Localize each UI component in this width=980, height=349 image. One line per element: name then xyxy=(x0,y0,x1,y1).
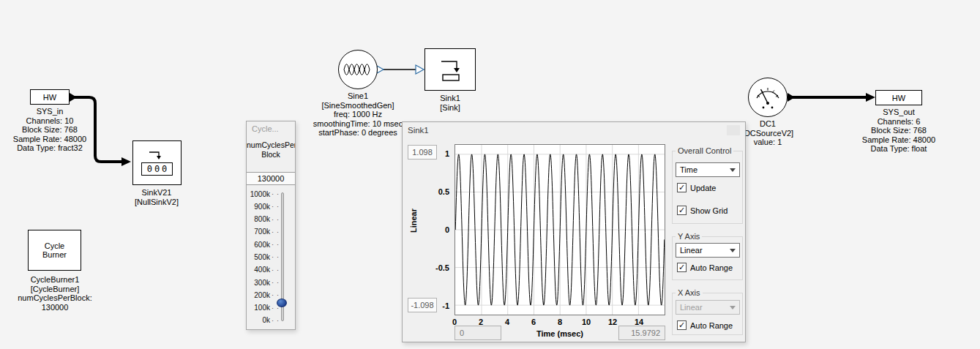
slider-tick: 1000k xyxy=(247,189,280,198)
slider-window-title: Cycle... xyxy=(252,124,279,133)
block-prop: Block Size: 768 xyxy=(4,125,96,135)
block-name: CycleBurner1 xyxy=(4,275,106,285)
dropdown-value: Time xyxy=(680,165,697,174)
chevron-down-icon xyxy=(730,306,736,309)
x-auto-range-checkbox[interactable]: ✓ Auto Range xyxy=(677,320,733,330)
show-grid-checkbox[interactable]: ✓ Show Grid xyxy=(677,206,727,215)
sine-wave-icon xyxy=(343,58,373,81)
block-sink1[interactable] xyxy=(424,48,476,91)
block-name: SYS_in xyxy=(4,107,96,116)
checkbox-label: Update xyxy=(690,184,716,192)
slider-tick: 0k xyxy=(247,316,280,325)
x-max-readout: 15.9792 xyxy=(618,326,665,340)
slider-tick: 400k xyxy=(247,266,280,274)
slider-tick: 700k xyxy=(247,228,280,236)
slider-tick: 300k xyxy=(247,278,280,287)
block-dc1[interactable] xyxy=(748,78,788,117)
slider-tick: 900k xyxy=(247,202,280,211)
block-prop: numCyclesPerBlock: 130000 xyxy=(4,293,106,312)
dropdown-value: Linear xyxy=(680,246,703,255)
slider-param-name: numCyclesPer xyxy=(247,140,295,150)
checkbox-label: Auto Range xyxy=(690,263,733,272)
block-prop: startPhase: 0 degrees xyxy=(310,128,405,138)
slider-value-field[interactable]: 130000 xyxy=(247,172,295,185)
block-prop: smoothingTime: 10 msec xyxy=(310,119,405,129)
plot-window-titlebar[interactable]: Sink1 xyxy=(403,122,745,138)
x-min-readout: 0 xyxy=(455,326,501,340)
block-sys-out[interactable]: HW xyxy=(875,90,922,105)
sysin-output-pin-icon xyxy=(70,93,77,102)
slider-tick: 100k xyxy=(247,304,280,312)
block-sinkv21[interactable]: 000 xyxy=(132,140,182,185)
block-type: [CycleBurner] xyxy=(4,285,106,294)
block-sinkv21-caption: SinkV21 [NullSinkV2] xyxy=(113,188,201,206)
block-prop: freq: 1000 Hz xyxy=(310,110,405,119)
block-name: Sink1 xyxy=(414,94,487,103)
slider-tick: 200k xyxy=(247,290,280,299)
block-sine1[interactable] xyxy=(338,50,378,89)
sine1-output-pin-icon xyxy=(377,66,384,73)
y-scale-dropdown[interactable]: Linear xyxy=(676,243,740,258)
slider-param-name: Block xyxy=(247,150,295,160)
slider-thumb[interactable] xyxy=(277,299,287,307)
display-mode-dropdown[interactable]: Time xyxy=(676,162,740,177)
sink1-plot-window[interactable]: Sink1 1.098 -1.098 Linear 1 0.5 0 -0.5 -… xyxy=(402,121,746,342)
dropdown-value: Linear xyxy=(680,303,703,312)
checkbox-checked-icon: ✓ xyxy=(677,320,687,330)
block-type: [SineSmoothedGen] xyxy=(310,101,405,110)
block-prop: Sample Rate: 48000 xyxy=(4,135,96,144)
block-name: SYS_out xyxy=(848,108,950,117)
y-axis-label: Linear xyxy=(409,209,418,233)
block-prop: Channels: 6 xyxy=(848,117,950,127)
y-tick-label: -0.5 xyxy=(424,263,449,272)
meter-icon xyxy=(751,83,785,112)
block-prop: Sample Rate: 48000 xyxy=(848,135,950,145)
y-tick-label: 1 xyxy=(424,149,449,158)
block-name: SinkV21 xyxy=(113,188,201,198)
block-prop: Data Type: fract32 xyxy=(4,143,96,153)
group-legend: Y Axis xyxy=(676,232,702,241)
sink-icon xyxy=(434,56,466,83)
checkbox-label: Show Grid xyxy=(690,206,727,215)
slider-window-titlebar[interactable]: Cycle... xyxy=(247,121,295,136)
cycle-burner-slider-window[interactable]: Cycle... numCyclesPer Block 130000 1000k… xyxy=(246,121,296,330)
x-tick-label: 10 xyxy=(577,318,595,326)
slider-tick: 600k xyxy=(247,240,280,249)
plot-canvas[interactable] xyxy=(455,144,665,315)
checkbox-checked-icon: ✓ xyxy=(677,183,687,192)
block-prop: Block Size: 768 xyxy=(848,126,950,135)
block-sys-in-caption: SYS_in Channels: 10 Block Size: 768 Samp… xyxy=(4,107,96,153)
null-sink-display: 000 xyxy=(141,162,173,176)
y-tick-label: 0.5 xyxy=(424,187,449,196)
block-sys-in[interactable]: HW xyxy=(30,89,70,105)
block-sink1-caption: Sink1 [Sink] xyxy=(414,94,487,112)
hw-label: HW xyxy=(892,94,905,102)
block-cycle-burner-caption: CycleBurner1 [CycleBurner] numCyclesPerB… xyxy=(4,275,106,312)
y-tick-label: -1 xyxy=(424,301,449,310)
block-sys-out-caption: SYS_out Channels: 6 Block Size: 768 Samp… xyxy=(848,108,950,154)
block-label-line: Cycle xyxy=(45,241,65,250)
y-tick-label: 0 xyxy=(424,225,449,234)
close-button[interactable] xyxy=(727,125,740,135)
wire-arrowhead-icon xyxy=(121,157,131,166)
x-axis-label: Time (msec) xyxy=(501,329,618,338)
x-tick-label: 8 xyxy=(551,318,569,326)
checkbox-checked-icon: ✓ xyxy=(677,206,687,215)
block-name: Sine1 xyxy=(310,91,405,101)
group-legend: Overall Control xyxy=(676,146,733,155)
hw-label: HW xyxy=(43,93,56,102)
x-tick-label: 6 xyxy=(525,318,542,326)
block-sine1-caption: Sine1 [SineSmoothedGen] freq: 1000 Hz sm… xyxy=(310,91,405,138)
sink-arrow-icon xyxy=(144,150,171,161)
chevron-down-icon xyxy=(730,249,736,252)
block-type: [Sink] xyxy=(414,103,487,113)
block-cycle-burner[interactable]: Cycle Burner xyxy=(28,230,81,271)
slider-tick: 500k xyxy=(247,252,280,261)
schematic-canvas[interactable]: HW SYS_in Channels: 10 Block Size: 768 S… xyxy=(0,0,980,349)
chevron-down-icon xyxy=(730,168,736,172)
y-auto-range-checkbox[interactable]: ✓ Auto Range xyxy=(677,263,733,272)
block-prop: Data Type: float xyxy=(848,144,950,154)
block-label-line: Burner xyxy=(42,250,67,259)
update-checkbox[interactable]: ✓ Update xyxy=(677,183,716,192)
slider-tick: 800k xyxy=(247,215,280,224)
